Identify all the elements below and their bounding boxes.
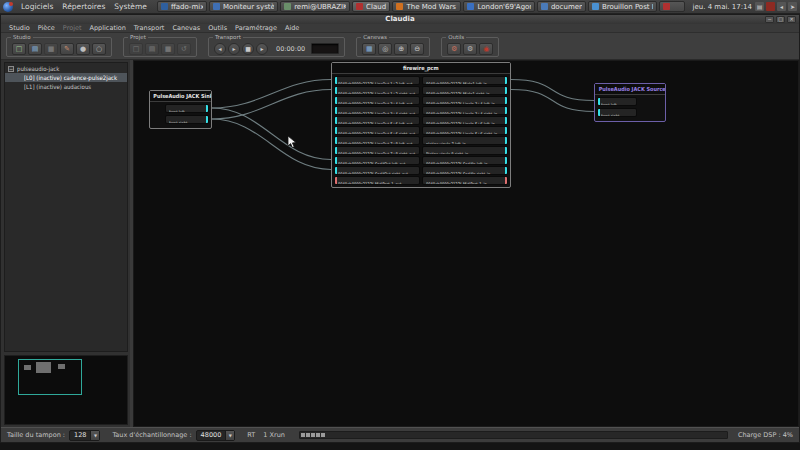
port[interactable]: front-left: [597, 97, 637, 106]
buffer-size-select[interactable]: 128 ▼: [69, 430, 100, 441]
collapse-icon[interactable]: −: [8, 66, 14, 72]
port[interactable]: platine vinyle 7 left_in: [422, 136, 508, 145]
port[interactable]: 0040ab0000c2127f_SpdifOut right_out: [334, 166, 420, 175]
start-studio-button[interactable]: ●: [76, 43, 90, 55]
port[interactable]: 0040ab0000c2127f_LineOut 7+8 left_out: [334, 136, 420, 145]
zoom-in-button[interactable]: ⊕: [394, 43, 408, 55]
globe-icon: [467, 3, 474, 10]
maximize-button[interactable]: □: [776, 16, 785, 23]
close-button[interactable]: ✕: [787, 16, 796, 23]
menu-aide[interactable]: Aide: [285, 24, 299, 32]
port[interactable]: 0040ab0000c2127f_LineOut 3+4 right_out: [334, 106, 420, 115]
taskbar-item[interactable]: The Mod Wars 1...: [392, 1, 461, 12]
tree-item[interactable]: −pulseaudio-jack: [5, 64, 127, 73]
menu-outils[interactable]: Outils: [208, 24, 227, 32]
tools-button[interactable]: ⚙: [463, 43, 477, 55]
port[interactable]: front-right: [165, 115, 209, 124]
transport-backward-button[interactable]: ◂: [214, 43, 226, 55]
box-pulseaudio-jack-sink[interactable]: PulseAudio JACK Sink front-leftfront-rig…: [149, 90, 212, 129]
taskbar-item[interactable]: remi@UBRAZIK: ~: [280, 1, 350, 12]
menu-studio[interactable]: Studio: [9, 24, 30, 32]
box-firewire-pcm[interactable]: firewire_pcm 0040ab0000c2127f_LineOut 1+…: [331, 62, 511, 188]
port[interactable]: 0040ab0000c2127f_LineIn 3+4 left_in: [422, 96, 508, 105]
window-titlebar[interactable]: Claudia − □ ✕: [1, 15, 799, 24]
taskbar-item[interactable]: Brouillon Post Li...: [588, 1, 657, 12]
port[interactable]: 0040ab0000c2127f_LineOut 5+6 right_out: [334, 126, 420, 135]
toolbar-group-outils: Outils⚙⚙◉: [441, 37, 499, 57]
connection-cable[interactable]: [212, 108, 331, 160]
minimize-button[interactable]: −: [765, 16, 774, 23]
rename-studio-button[interactable]: ✎: [60, 43, 74, 55]
notifier-icon[interactable]: [766, 2, 775, 11]
taskbar-item[interactable]: documents: [537, 1, 586, 12]
port[interactable]: 0040ab0000c2127f_SpdifIn left_in: [422, 156, 508, 165]
new-studio-button[interactable]: □: [12, 43, 26, 55]
samplerate-select[interactable]: 48000 ▼: [196, 430, 236, 441]
port[interactable]: 0040ab0000c2127f_LineOut 3+4 left_out: [334, 96, 420, 105]
chevron-down-icon[interactable]: ▼: [90, 431, 99, 440]
taskbar-item[interactable]: ffado-mixer: [157, 1, 207, 12]
port[interactable]: 0040ab0000c2127f_MidiPort_1_in: [422, 176, 508, 185]
menu-application[interactable]: Application: [90, 24, 126, 32]
box-title[interactable]: firewire_pcm: [332, 63, 510, 74]
zoom-out-button[interactable]: ⊖: [410, 43, 424, 55]
transport-forward-button[interactable]: ▸: [256, 43, 268, 55]
port[interactable]: front-left: [165, 104, 209, 113]
port[interactable]: Platine vinyle 8 right_in: [422, 146, 508, 155]
menu-pièce[interactable]: Pièce: [38, 24, 55, 32]
taskbar-item-label: Claudia: [366, 3, 386, 11]
transport-play-button[interactable]: ▸: [228, 43, 240, 55]
menu-transport[interactable]: Transport: [134, 24, 165, 32]
port-label: 0040ab0000c2127f_SpdifOut left_out: [338, 160, 405, 165]
port-label: 0040ab0000c2127f_LineOut 3+4 left_out: [338, 100, 412, 105]
port[interactable]: 0040ab0000c2127f_MicIn1 left_in: [422, 76, 508, 85]
port[interactable]: 0040ab0000c2127f_LineOut 1+2 right_out: [334, 86, 420, 95]
port[interactable]: 0040ab0000c2127f_LineIn 5+6 right_in: [422, 126, 508, 135]
tree-item[interactable]: [L1] (inactive) audacious: [5, 82, 127, 91]
chevron-down-icon[interactable]: ▼: [225, 431, 234, 440]
taskbar-item[interactable]: Moniteur système: [209, 1, 278, 12]
panel-menu-répertoires[interactable]: Répertoires: [62, 2, 105, 11]
distro-menu-icon[interactable]: [3, 2, 13, 12]
network-icon[interactable]: ➤: [788, 2, 797, 11]
transport-stop-button[interactable]: ■: [242, 43, 254, 55]
meter-segment: [321, 433, 325, 437]
open-studio-button[interactable]: ▤: [28, 43, 42, 55]
panel-menu-système[interactable]: Système: [114, 2, 147, 11]
port[interactable]: 0040ab0000c2127f_LineOut 1+2 left_out: [334, 76, 420, 85]
port[interactable]: 0040ab0000c2127f_LineIn 3+4 right_in: [422, 106, 508, 115]
menu-paramétrage[interactable]: Paramétrage: [235, 24, 277, 32]
zoom-fit-button[interactable]: ◎: [378, 43, 392, 55]
calendar-icon[interactable]: ▤: [755, 2, 764, 11]
port[interactable]: 0040ab0000c2127f_LineIn 5+6 left_in: [422, 116, 508, 125]
port[interactable]: 0040ab0000c2127f_LineOut 5+6 left_out: [334, 116, 420, 125]
configure-jack-button[interactable]: ⚙: [447, 43, 461, 55]
box-title[interactable]: PulseAudio JACK Source: [595, 84, 665, 95]
port[interactable]: 0040ab0000c2127f_SpdifOut left_out: [334, 156, 420, 165]
canvas-minimap[interactable]: [4, 355, 128, 425]
box-title[interactable]: PulseAudio JACK Sink: [150, 91, 211, 102]
stop-studio-button[interactable]: ○: [92, 43, 106, 55]
tree-item[interactable]: [L0] (inactive) cadence-pulse2jack: [5, 73, 127, 82]
taskbar-item[interactable]: London'69'Agora...: [463, 1, 534, 12]
panel-clock[interactable]: jeu. 4 mai. 17:14: [693, 3, 753, 11]
port[interactable]: front-right: [597, 108, 637, 117]
box-pulseaudio-jack-source[interactable]: PulseAudio JACK Source front-leftfront-r…: [594, 83, 666, 122]
port[interactable]: 0040ab0000c2127f_LineOut 7+8 right_out: [334, 146, 420, 155]
taskbar-item[interactable]: [659, 1, 685, 12]
minimap-box: [24, 365, 31, 370]
xruns-label[interactable]: 1 Xrun: [263, 431, 285, 439]
patchbay-canvas[interactable]: PulseAudio JACK Sink front-leftfront-rig…: [133, 60, 799, 427]
claudia-app-icon: [356, 3, 363, 10]
connection-cable[interactable]: [212, 119, 331, 170]
panel-menu-logiciels[interactable]: Logiciels: [21, 2, 53, 11]
taskbar-item[interactable]: Claudia: [352, 1, 390, 12]
port[interactable]: 0040ab0000c2127f_MidiPort_1_out: [334, 176, 420, 185]
studio-apps-tree[interactable]: −pulseaudio-jack[L0] (inactive) cadence-…: [4, 62, 128, 352]
arrange-button[interactable]: ▦: [362, 43, 376, 55]
port[interactable]: 0040ab0000c2127f_SpdifIn right_in: [422, 166, 508, 175]
volume-icon[interactable]: ◂: [777, 2, 786, 11]
logs-button[interactable]: ◉: [479, 43, 493, 55]
port[interactable]: 0040ab0000c2127f_MicIn1 right_in: [422, 86, 508, 95]
menu-canevas[interactable]: Canevas: [172, 24, 200, 32]
